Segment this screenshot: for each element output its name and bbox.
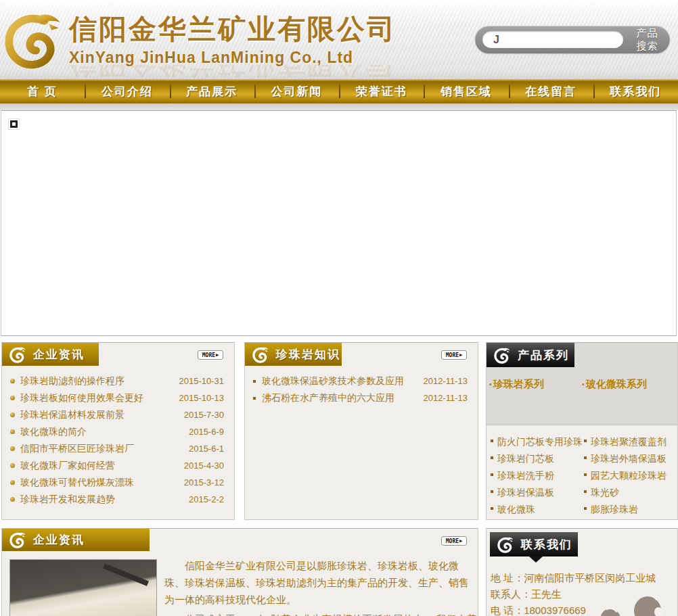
main-nav: 首 页 公司介绍 产品展示 公司新闻 荣誉证书 销售区域 在线留言 联系我们: [0, 79, 678, 103]
bullet-icon: [491, 473, 493, 476]
news-item[interactable]: 珍珠岩板如何使用效果会更好2015-10-13: [10, 389, 224, 406]
company-intro-title: 企业资讯: [33, 532, 85, 548]
bullet-icon: ▪: [489, 378, 492, 390]
news-item[interactable]: 珍珠岩开发和发展趋势2015-2-2: [10, 491, 224, 508]
knowledge-item[interactable]: 玻化微珠保温砂浆技术参数及应用2012-11-13: [253, 373, 468, 389]
knowledge-header: 珍珠岩知识: [245, 343, 342, 366]
panel-perlite-knowledge: 珍珠岩知识 MORE ▶ 玻化微珠保温砂浆技术参数及应用2012-11-13 沸…: [244, 342, 478, 520]
nav-guestbook[interactable]: 在线留言: [509, 79, 593, 103]
swirl-icon: [493, 346, 512, 364]
swirl-icon: [9, 531, 27, 549]
site-header: 信阳金华兰矿业有限公司 XinYang JinHua LanMining Co.…: [0, 0, 678, 79]
product-series-header: 产品系列: [487, 343, 574, 367]
knowledge-more-button[interactable]: MORE ▶: [441, 350, 467, 360]
nav-news[interactable]: 公司新闻: [254, 79, 339, 103]
company-name-en: XinYang JinHua LanMining Co., Ltd: [69, 49, 397, 67]
product-series-title: 产品系列: [518, 348, 569, 363]
company-news-more-button[interactable]: MORE ▶: [198, 350, 223, 360]
bullet-icon: [253, 397, 256, 400]
swirl-icon: [252, 346, 270, 364]
panel-product-series: 产品系列 ▪ 珍珠岩系列 ▪ 玻化微珠系列 防火门芯板专用珍珠岩 珍珠岩聚渣覆盖…: [486, 342, 678, 520]
bullet-icon: [491, 440, 493, 442]
knowledge-title: 珍珠岩知识: [276, 347, 340, 362]
series-links: ▪ 珍珠岩系列 ▪ 玻化微珠系列: [487, 367, 677, 391]
contact-title: 联系我们: [521, 537, 572, 552]
more-arrow-icon: ▶: [459, 539, 462, 544]
ceiling-beam: [103, 563, 149, 586]
panel-company-news: 企业资讯 MORE ▶ 珍珠岩助滤剂的操作程序2015-10-31 珍珠岩板如何…: [1, 342, 235, 520]
knowledge-list: 玻化微珠保温砂浆技术参数及应用2012-11-13 沸石粉在水产养殖中的六大应用…: [245, 366, 478, 406]
bullet-icon: [491, 456, 493, 459]
news-item[interactable]: 玻化微珠厂家如何经营2015-4-30: [10, 457, 224, 474]
company-names: 信阳金华兰矿业有限公司 XinYang JinHua LanMining Co.…: [69, 11, 397, 67]
customer-service-photo: [574, 586, 676, 616]
company-logo-icon: [1, 8, 66, 72]
product-link[interactable]: 珍珠岩洗手粉: [489, 467, 583, 484]
bullet-icon: [584, 490, 587, 493]
broken-image-icon: [8, 118, 20, 130]
product-link[interactable]: 玻化微珠: [489, 501, 583, 518]
panel-company-intro: 企业资讯 MORE ▶ 信阳金华兰矿业有限公司是以膨胀珍珠岩、珍珠岩板、玻化微珠…: [1, 528, 478, 616]
contact-address: 地 址：河南信阳市平桥区闵岗工业城: [491, 570, 677, 586]
swirl-icon: [497, 536, 515, 554]
product-list: 防火门芯板专用珍珠岩 珍珠岩聚渣覆盖剂 珍珠岩门芯板 珍珠岩外墙保温板 珍珠岩洗…: [487, 425, 677, 518]
company-news-list: 珍珠岩助滤剂的操作程序2015-10-31 珍珠岩板如何使用效果会更好2015-…: [2, 366, 234, 508]
product-link[interactable]: 珍珠岩外墙保温板: [583, 450, 676, 467]
swirl-icon: [9, 346, 27, 364]
company-news-title: 企业资讯: [33, 347, 85, 362]
product-series-top: 产品系列 ▪ 珍珠岩系列 ▪ 玻化微珠系列: [487, 343, 677, 425]
bullet-icon: [10, 497, 15, 502]
news-item[interactable]: 玻化微珠的简介2015-6-9: [10, 423, 224, 440]
product-link[interactable]: 珍珠岩聚渣覆盖剂: [583, 433, 676, 450]
search-button[interactable]: 产品搜索: [632, 27, 662, 53]
intro-paragraph: 公司成立于2003年,随着企业生产规模的不断发展壮大， 我们本着 “让客户使用到…: [164, 611, 477, 616]
bullet-icon: [584, 440, 587, 442]
contact-header: 联系我们: [490, 532, 578, 556]
news-item[interactable]: 玻化微珠可替代粉煤灰漂珠2015-3-12: [10, 474, 224, 491]
more-arrow-icon: ▶: [216, 353, 219, 358]
bullet-icon: [10, 412, 15, 417]
nav-company-intro[interactable]: 公司介绍: [85, 79, 169, 103]
banner-area: [1, 110, 677, 336]
bullet-icon: [491, 507, 493, 510]
headset-icon: [598, 604, 623, 616]
bullet-icon: [10, 429, 15, 434]
bullet-icon: [584, 456, 587, 459]
series-link-vitrified-beads[interactable]: ▪ 玻化微珠系列: [582, 378, 675, 391]
search-input[interactable]: [482, 31, 623, 48]
panel-contact: 联系我们 地 址：河南信阳市平桥区闵岗工业城 联系人：王先生 电 话：18003…: [486, 528, 678, 616]
nav-sales-area[interactable]: 销售区域: [424, 79, 508, 103]
bullet-icon: [10, 480, 15, 485]
news-item[interactable]: 珍珠岩助滤剂的操作程序2015-10-31: [10, 373, 224, 389]
more-arrow-icon: ▶: [459, 353, 462, 358]
product-link[interactable]: 珠光砂: [583, 484, 676, 501]
product-link[interactable]: 园艺大颗粒珍珠岩: [583, 467, 676, 484]
company-name-cn: 信阳金华兰矿业有限公司: [69, 11, 397, 48]
nav-products[interactable]: 产品展示: [170, 79, 254, 103]
bullet-icon: [491, 490, 493, 493]
product-link[interactable]: 膨胀珍珠岩: [583, 501, 676, 518]
product-link[interactable]: 防火门芯板专用珍珠岩: [489, 433, 583, 450]
product-link[interactable]: 珍珠岩保温板: [489, 484, 583, 501]
company-intro-more-button[interactable]: MORE ▶: [441, 536, 467, 546]
product-link[interactable]: 珍珠岩门芯板: [489, 450, 583, 467]
nav-home[interactable]: 首 页: [0, 79, 85, 103]
knowledge-item[interactable]: 沸石粉在水产养殖中的六大应用2012-11-13: [253, 389, 468, 406]
subnav-strip: [0, 103, 678, 110]
company-intro-header: 企业资讯: [2, 529, 150, 551]
bullet-icon: [10, 463, 15, 468]
bullet-icon: [584, 507, 587, 510]
intro-paragraph: 信阳金华兰矿业有限公司是以膨胀珍珠岩、珍珠岩板、玻化微珠、珍珠岩保温板、珍珠岩助…: [164, 557, 477, 608]
bullet-icon: [10, 446, 15, 451]
bullet-icon: [10, 379, 15, 383]
series-link-perlite[interactable]: ▪ 珍珠岩系列: [489, 378, 582, 391]
company-intro-text: 信阳金华兰矿业有限公司是以膨胀珍珠岩、珍珠岩板、玻化微珠、珍珠岩保温板、珍珠岩助…: [164, 557, 477, 616]
news-item[interactable]: 珍珠岩保温材料发展前景2015-7-30: [10, 406, 224, 423]
company-news-header: 企业资讯: [2, 343, 99, 366]
bullet-icon: [253, 380, 256, 383]
page: 信阳金华兰矿业有限公司 XinYang JinHua LanMining Co.…: [0, 0, 678, 616]
bullet-icon: [10, 396, 15, 400]
news-item[interactable]: 信阳市平桥区巨匠珍珠岩厂2015-6-1: [10, 440, 224, 457]
nav-contact[interactable]: 联系我们: [593, 79, 678, 103]
nav-honors[interactable]: 荣誉证书: [339, 79, 424, 103]
